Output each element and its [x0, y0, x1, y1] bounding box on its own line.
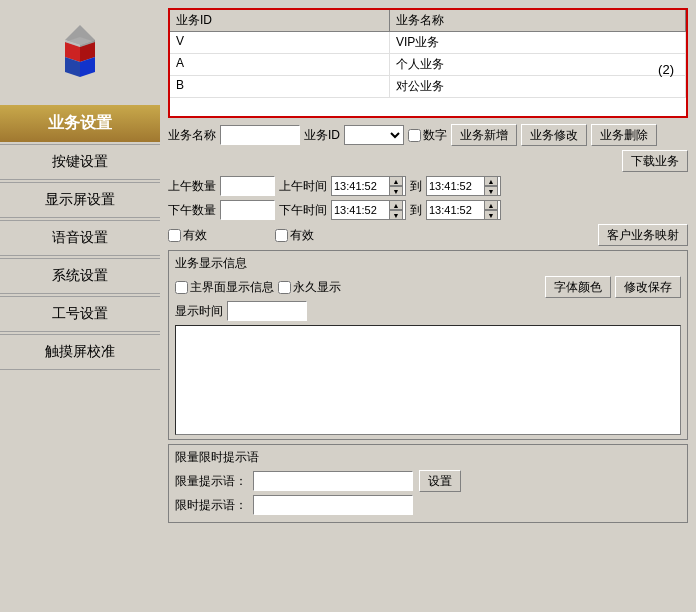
limit-time-label: 限时提示语： [175, 497, 247, 514]
table-row[interactable]: B 对公业务 [170, 76, 686, 98]
sidebar-item-voice-settings[interactable]: 语音设置 [0, 220, 160, 256]
service-id-select[interactable] [344, 125, 404, 145]
header-id: 业务ID [170, 10, 390, 31]
pm-time-start[interactable]: 13:41:52 ▲ ▼ [331, 200, 406, 220]
valid-checkbox-label-1[interactable]: 有效 [168, 227, 207, 244]
pm-row: 下午数量 下午时间 13:41:52 ▲ ▼ 到 13:41:52 ▲ ▼ [168, 200, 688, 220]
am-time-end-up[interactable]: ▲ [484, 176, 498, 186]
am-time-start-up[interactable]: ▲ [389, 176, 403, 186]
display-info-section: 业务显示信息 主界面显示信息 永久显示 字体颜色 修改保存 显示时间 [168, 250, 688, 440]
customer-mapping-button[interactable]: 客户业务映射 [598, 224, 688, 246]
limit-prompt-input[interactable] [253, 471, 413, 491]
limit-time-row: 限时提示语： [175, 495, 681, 515]
row-id-a: A [170, 54, 390, 75]
row-name-personal: 个人业务 [390, 54, 686, 75]
row-id-v: V [170, 32, 390, 53]
digital-checkbox-label[interactable]: 数字 [408, 127, 447, 144]
to-label-1: 到 [410, 178, 422, 195]
table-header: 业务ID 业务名称 [170, 10, 686, 32]
service-table: 业务ID 业务名称 V VIP业务 A 个人业务 B 对公业务 (2) [168, 8, 688, 118]
am-time-end-down[interactable]: ▼ [484, 186, 498, 196]
display-text-area[interactable] [175, 325, 681, 435]
pm-time-end-value: 13:41:52 [429, 204, 484, 216]
am-time-start-value: 13:41:52 [334, 180, 389, 192]
main-screen-checkbox[interactable] [175, 281, 188, 294]
logo-area [0, 10, 160, 105]
pm-time-label: 下午时间 [279, 202, 327, 219]
sidebar-item-touchscreen-calibration[interactable]: 触摸屏校准 [0, 334, 160, 370]
pm-count-input[interactable] [220, 200, 275, 220]
table-row[interactable]: V VIP业务 [170, 32, 686, 54]
sidebar: 业务设置 按键设置 显示屏设置 语音设置 系统设置 工号设置 触摸屏校准 [0, 0, 160, 612]
display-info-title: 业务显示信息 [175, 255, 681, 272]
sidebar-item-display-settings[interactable]: 显示屏设置 [0, 182, 160, 218]
sidebar-item-business-settings[interactable]: 业务设置 [0, 105, 160, 142]
permanent-label: 永久显示 [293, 279, 341, 296]
header-name: 业务名称 [390, 10, 686, 31]
am-count-input[interactable] [220, 176, 275, 196]
display-time-input[interactable] [227, 301, 307, 321]
service-form-row: 业务名称 业务ID 数字 业务新增 业务修改 业务删除 [168, 124, 688, 146]
am-time-start[interactable]: 13:41:52 ▲ ▼ [331, 176, 406, 196]
download-service-button[interactable]: 下载业务 [622, 150, 688, 172]
service-name-label: 业务名称 [168, 127, 216, 144]
valid-checkbox-label-2[interactable]: 有效 [275, 227, 314, 244]
valid-row: 有效 有效 客户业务映射 [168, 224, 688, 246]
display-time-row: 显示时间 [175, 301, 681, 321]
row-id-b: B [170, 76, 390, 97]
to-label-2: 到 [410, 202, 422, 219]
label-2: (2) [658, 62, 674, 77]
valid-label-1: 有效 [183, 227, 207, 244]
limit-section: 限量限时提示语 限量提示语： 设置 限时提示语： [168, 444, 688, 523]
permanent-checkbox-label[interactable]: 永久显示 [278, 279, 341, 296]
limit-prompt-label: 限量提示语： [175, 473, 247, 490]
am-count-label: 上午数量 [168, 178, 216, 195]
sidebar-item-button-settings[interactable]: 按键设置 [0, 144, 160, 180]
logo-icon [45, 20, 115, 90]
am-time-end-value: 13:41:52 [429, 180, 484, 192]
digital-label: 数字 [423, 127, 447, 144]
am-row: 上午数量 上午时间 13:41:52 ▲ ▼ 到 13:41:52 ▲ ▼ [168, 176, 688, 196]
pm-time-end-down[interactable]: ▼ [484, 210, 498, 220]
row-name-corporate: 对公业务 [390, 76, 686, 97]
sidebar-item-system-settings[interactable]: 系统设置 [0, 258, 160, 294]
pm-count-label: 下午数量 [168, 202, 216, 219]
am-time-label: 上午时间 [279, 178, 327, 195]
pm-time-start-up[interactable]: ▲ [389, 200, 403, 210]
modify-save-button[interactable]: 修改保存 [615, 276, 681, 298]
am-time-end[interactable]: 13:41:52 ▲ ▼ [426, 176, 501, 196]
am-time-start-down[interactable]: ▼ [389, 186, 403, 196]
service-delete-button[interactable]: 业务删除 [591, 124, 657, 146]
table-row[interactable]: A 个人业务 [170, 54, 686, 76]
display-info-row: 主界面显示信息 永久显示 字体颜色 修改保存 [175, 276, 681, 298]
pm-time-end[interactable]: 13:41:52 ▲ ▼ [426, 200, 501, 220]
digital-checkbox[interactable] [408, 129, 421, 142]
service-modify-button[interactable]: 业务修改 [521, 124, 587, 146]
main-screen-checkbox-label[interactable]: 主界面显示信息 [175, 279, 274, 296]
table-body: V VIP业务 A 个人业务 B 对公业务 (2) [170, 32, 686, 98]
limit-prompt-row: 限量提示语： 设置 [175, 470, 681, 492]
set-button[interactable]: 设置 [419, 470, 461, 492]
display-time-label: 显示时间 [175, 303, 223, 320]
pm-time-start-value: 13:41:52 [334, 204, 389, 216]
main-content: 业务ID 业务名称 V VIP业务 A 个人业务 B 对公业务 (2) 业务名称… [160, 0, 696, 612]
row-name-vip: VIP业务 [390, 32, 686, 53]
service-name-input[interactable] [220, 125, 300, 145]
limit-section-title: 限量限时提示语 [175, 449, 681, 466]
valid-checkbox-1[interactable] [168, 229, 181, 242]
service-id-label: 业务ID [304, 127, 340, 144]
pm-time-start-down[interactable]: ▼ [389, 210, 403, 220]
sidebar-item-worker-settings[interactable]: 工号设置 [0, 296, 160, 332]
valid-checkbox-2[interactable] [275, 229, 288, 242]
permanent-checkbox[interactable] [278, 281, 291, 294]
main-screen-label: 主界面显示信息 [190, 279, 274, 296]
pm-time-end-up[interactable]: ▲ [484, 200, 498, 210]
limit-time-input[interactable] [253, 495, 413, 515]
valid-label-2: 有效 [290, 227, 314, 244]
service-new-button[interactable]: 业务新增 [451, 124, 517, 146]
font-color-button[interactable]: 字体颜色 [545, 276, 611, 298]
